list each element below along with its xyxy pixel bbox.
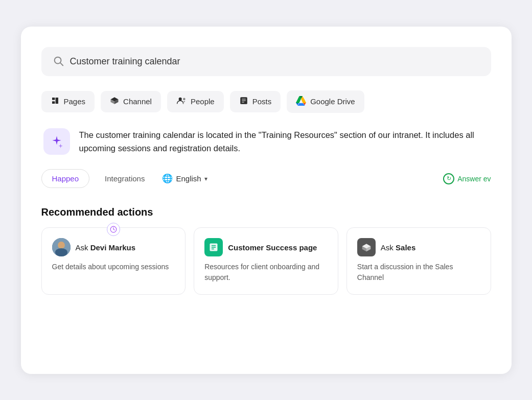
svg-point-17 xyxy=(55,248,67,256)
tab-integrations[interactable]: Integrations xyxy=(95,170,155,187)
ai-answer-row: The customer training calendar is locate… xyxy=(41,128,491,155)
people-icon xyxy=(176,96,187,107)
card-header-sales: Ask Sales xyxy=(357,238,480,256)
posts-icon xyxy=(239,96,248,107)
channel-icon xyxy=(110,96,119,107)
answer-ev-button[interactable]: ↻ Answer ev xyxy=(443,173,491,184)
card-ask-sales[interactable]: Ask Sales Start a discussion in the Sale… xyxy=(346,227,491,295)
filter-channel[interactable]: Channel xyxy=(101,91,161,112)
avatar-devi xyxy=(52,238,71,256)
source-row: Happeo Integrations 🌐 English ▾ ↻ Answer… xyxy=(41,169,491,188)
filter-people-label: People xyxy=(191,97,215,106)
filter-google-drive-label: Google Drive xyxy=(310,97,355,106)
svg-line-1 xyxy=(60,63,63,65)
filter-pages-label: Pages xyxy=(64,97,86,106)
tab-happeo[interactable]: Happeo xyxy=(41,169,90,188)
ai-answer-text: The customer training calendar is locate… xyxy=(79,128,489,155)
recommended-section: Recommended actions xyxy=(41,206,491,295)
answer-ev-label: Answer ev xyxy=(457,175,491,183)
ai-sparkle-icon xyxy=(43,128,70,155)
section-title: Recommended actions xyxy=(41,206,491,218)
filter-posts-label: Posts xyxy=(252,97,272,106)
card-title-devi: Ask Devi Markus xyxy=(76,243,136,252)
card-desc-sales: Start a discussion in the Sales Channel xyxy=(357,262,480,283)
language-label: English xyxy=(176,174,201,183)
svg-rect-4 xyxy=(55,98,58,104)
svg-point-8 xyxy=(179,97,182,100)
card-desc-devi: Get details about upcoming sessions xyxy=(52,262,175,272)
svg-point-9 xyxy=(183,98,186,100)
chevron-down-icon: ▾ xyxy=(204,175,207,182)
search-input-value: Customer training calendar xyxy=(70,56,180,67)
card-header-devi: Ask Devi Markus xyxy=(52,238,175,256)
page-icon-wrap xyxy=(204,238,223,256)
cards-row: Ask Devi Markus Get details about upcomi… xyxy=(41,227,491,295)
filter-google-drive[interactable]: Google Drive xyxy=(287,90,364,113)
svg-rect-3 xyxy=(52,101,55,104)
channel-icon-wrap xyxy=(357,238,376,256)
language-selector[interactable]: 🌐 English ▾ xyxy=(162,173,207,184)
card-badge-devi xyxy=(107,223,120,236)
filter-row: Pages Channel Peo xyxy=(41,90,491,113)
answer-ev-icon: ↻ xyxy=(443,173,454,184)
card-title-success: Customer Success page xyxy=(228,243,317,252)
card-title-sales: Ask Sales xyxy=(381,243,415,252)
search-bar[interactable]: Customer training calendar xyxy=(41,47,491,76)
filter-pages[interactable]: Pages xyxy=(41,91,95,112)
main-container: Customer training calendar Pages xyxy=(21,27,512,374)
globe-icon: 🌐 xyxy=(162,173,173,184)
pages-icon xyxy=(51,96,60,107)
filter-people[interactable]: People xyxy=(167,91,224,112)
card-ask-devi[interactable]: Ask Devi Markus Get details about upcomi… xyxy=(41,227,186,295)
svg-rect-2 xyxy=(52,98,55,100)
card-header-success: Customer Success page xyxy=(204,238,328,256)
filter-channel-label: Channel xyxy=(123,97,152,106)
card-customer-success[interactable]: Customer Success page Resources for clie… xyxy=(194,227,338,295)
filter-posts[interactable]: Posts xyxy=(230,91,281,112)
card-desc-success: Resources for client onboarding and supp… xyxy=(204,262,328,283)
google-drive-icon xyxy=(296,96,306,108)
search-icon xyxy=(53,55,64,68)
